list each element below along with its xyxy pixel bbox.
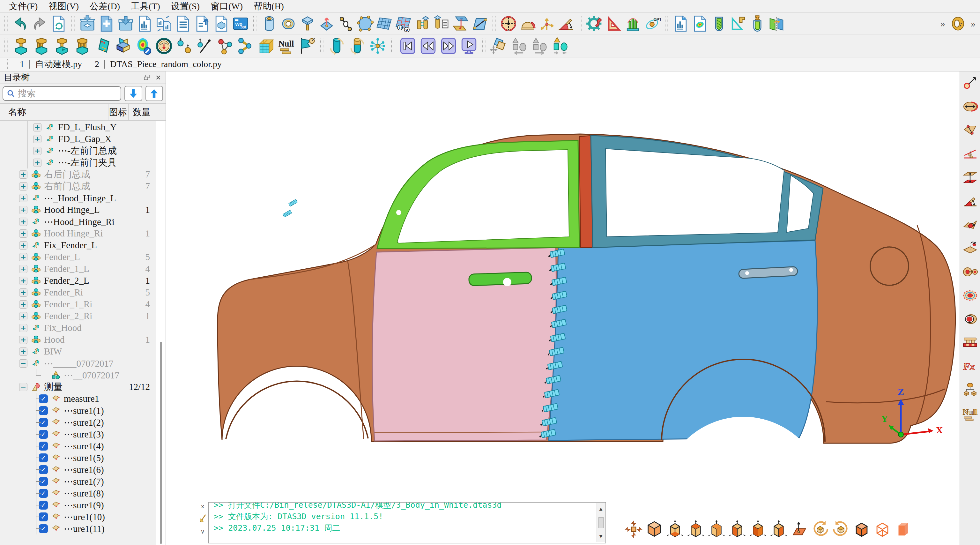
tree-row[interactable]: +Hood Hinge_Ri1 <box>0 228 156 239</box>
tree-row[interactable]: +Fix_Fender_L <box>0 239 156 251</box>
tree-row[interactable]: +Fender_1_Ri4 <box>0 298 156 310</box>
two-point-link-button[interactable] <box>337 15 355 32</box>
bolt-notch-button[interactable] <box>52 37 71 55</box>
axes-triad-button[interactable] <box>538 15 555 32</box>
ellipse-measure-button[interactable] <box>963 99 978 114</box>
tree-row[interactable]: +⋯__07072017 <box>0 369 156 381</box>
tree-row[interactable]: +右前门总成7 <box>0 180 156 192</box>
tree-row[interactable]: +Fender_2_Ri1 <box>0 310 156 322</box>
dome-feature-button[interactable] <box>519 15 536 32</box>
tree-row[interactable]: +FD_L_Flush_Y <box>0 121 156 133</box>
shapes-right-button[interactable] <box>530 37 549 55</box>
null-tool-button[interactable]: Null <box>277 37 296 55</box>
expand-toggle[interactable]: + <box>19 229 27 238</box>
capsule-down-button[interactable] <box>749 15 766 32</box>
node-triangle-button[interactable] <box>216 37 234 55</box>
block-assembly-button[interactable] <box>114 37 132 55</box>
menu-item-6[interactable]: 帮助(H) <box>250 0 288 13</box>
redo-button[interactable] <box>31 15 48 32</box>
projection-measure-button[interactable] <box>963 241 978 256</box>
view-front-button[interactable] <box>749 520 767 539</box>
expand-toggle[interactable]: + <box>33 147 41 155</box>
heatmap-report-button[interactable] <box>691 15 708 32</box>
uv-surface-button[interactable]: UV <box>395 15 412 32</box>
expand-toggle[interactable]: + <box>19 265 27 273</box>
tree-row[interactable]: +BIW <box>0 346 156 357</box>
corner-square-button[interactable] <box>730 15 747 32</box>
position-measure-button[interactable] <box>963 288 978 303</box>
view-top-button[interactable] <box>687 520 705 539</box>
office-export-button[interactable]: Woppt <box>232 15 249 32</box>
export-document-button[interactable] <box>194 15 211 32</box>
tree-row[interactable]: +⋯_Hood_Hinge_L <box>0 192 156 204</box>
tree-row[interactable]: ✓⋯ure1(10) <box>0 511 156 523</box>
expand-toggle[interactable]: + <box>19 218 27 226</box>
expand-toggle[interactable]: + <box>19 206 27 214</box>
expand-toggle[interactable]: + <box>33 135 41 143</box>
toolbar-overflow-chevron[interactable]: » <box>940 18 945 29</box>
menu-item-5[interactable]: 窗口(W) <box>207 0 247 13</box>
tree-row[interactable]: ✓⋯sure1(5) <box>0 452 156 464</box>
visibility-checkbox[interactable]: ✓ <box>39 500 48 510</box>
tree-row[interactable]: +Fender_1_L4 <box>0 263 156 275</box>
expand-toggle[interactable]: + <box>19 324 27 332</box>
roundness-measure-button[interactable] <box>963 311 978 327</box>
expand-toggle[interactable]: + <box>19 241 27 250</box>
tree-row[interactable]: +Fender_Ri5 <box>0 287 156 298</box>
plane-diagonal-button[interactable] <box>471 15 488 32</box>
document-lines-button[interactable] <box>175 15 192 32</box>
tree-row[interactable]: ✓⋯sure1(7) <box>0 475 156 487</box>
tree-row[interactable]: ✓⋯sure1(3) <box>0 428 156 440</box>
fx-measure-button[interactable]: Fx <box>963 359 978 374</box>
normal-view-button[interactable] <box>790 520 809 539</box>
visibility-checkbox[interactable]: ✓ <box>39 394 48 403</box>
tree-scrollbar[interactable] <box>156 121 165 545</box>
tree-row[interactable]: +⋯-左前门夹具 <box>0 157 156 169</box>
expand-toggle[interactable]: + <box>19 288 27 297</box>
menu-item-1[interactable]: 视图(V) <box>45 0 83 13</box>
play-forward-button[interactable] <box>439 37 458 55</box>
transform-move-button[interactable] <box>490 37 508 55</box>
capsule-rotate-gold-button[interactable] <box>348 37 366 55</box>
visibility-checkbox[interactable]: ✓ <box>39 418 48 427</box>
tree-row[interactable]: +右后门总成7 <box>0 169 156 180</box>
link-chevron-button[interactable] <box>236 37 255 55</box>
expand-toggle[interactable]: + <box>19 312 27 320</box>
new-document-button[interactable] <box>98 15 115 32</box>
gear-wrench-button[interactable] <box>586 15 603 32</box>
gauge-dial-button[interactable] <box>155 37 173 55</box>
visibility-checkbox[interactable]: ✓ <box>39 524 48 533</box>
car-body-model[interactable]: Z Y X <box>175 75 957 502</box>
menu-item-2[interactable]: 公差(D) <box>86 0 124 13</box>
rotate-ccw-button[interactable] <box>832 520 850 539</box>
visibility-checkbox[interactable]: ✓ <box>39 465 48 474</box>
console-scrollbar[interactable]: ▲ ▼ <box>597 503 605 542</box>
expand-toggle[interactable]: + <box>19 171 27 179</box>
script-tab-1[interactable]: 1自动建模.py <box>13 58 88 70</box>
capsule-rotate-teal-button[interactable] <box>328 37 346 55</box>
toolbar-overflow-chevron[interactable]: » <box>971 18 975 29</box>
menu-item-3[interactable]: 工具(T) <box>127 0 164 13</box>
mesh-surface-button[interactable] <box>375 15 393 32</box>
patch-measure-button[interactable] <box>963 217 978 232</box>
grid-cube-button[interactable] <box>257 37 275 55</box>
pin-pair-button[interactable] <box>414 15 431 32</box>
tree-row[interactable]: +Fender_L5 <box>0 251 156 263</box>
view-left-button[interactable] <box>728 520 746 539</box>
bolt-single-button[interactable] <box>12 37 30 55</box>
search-prev-button[interactable] <box>145 86 163 101</box>
menu-item-4[interactable]: 设置(S) <box>167 0 204 13</box>
shapes-opposed-button[interactable] <box>551 37 570 55</box>
visibility-checkbox[interactable]: ✓ <box>39 453 48 462</box>
tree-row[interactable]: +Fender_2_L1 <box>0 275 156 287</box>
expand-toggle[interactable]: + <box>19 182 27 191</box>
point-measure-button[interactable] <box>963 75 978 91</box>
dice-button[interactable] <box>94 37 112 55</box>
clamp-measure-button[interactable] <box>963 335 978 351</box>
tree-row[interactable]: +⋯Hood_Hinge_Ri <box>0 216 156 228</box>
expand-toggle[interactable]: + <box>19 347 27 356</box>
collapse-toggle[interactable]: − <box>19 359 27 368</box>
opt-orbit-button[interactable]: OPT <box>643 15 661 32</box>
view-right-button[interactable] <box>770 520 788 539</box>
tree-row[interactable]: ✓⋯ure1(11) <box>0 523 156 534</box>
